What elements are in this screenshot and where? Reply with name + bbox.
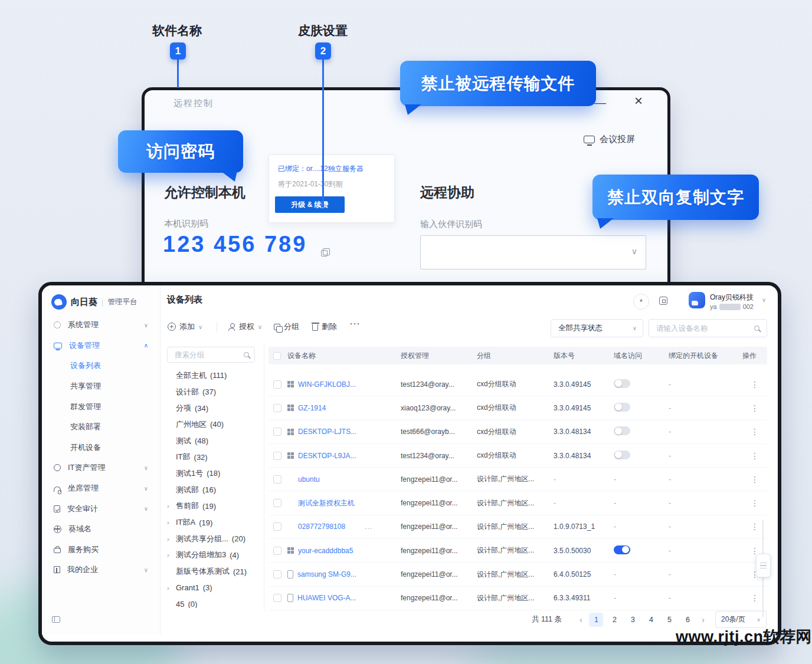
row-checkbox[interactable] — [273, 452, 281, 460]
group-tree-item[interactable]: ›Grant1(3) — [167, 580, 264, 596]
sidebar-collapse-icon[interactable] — [52, 616, 60, 623]
group-tree-item[interactable]: 45(0) — [167, 596, 264, 608]
sidebar-item-install-deploy[interactable]: 安装部署 — [42, 417, 160, 438]
group-search-input[interactable] — [168, 351, 244, 359]
group-tree-item[interactable]: 分项(34) — [167, 400, 264, 416]
group-search-box[interactable] — [167, 347, 255, 363]
delete-button[interactable]: 删除 — [312, 321, 337, 332]
device-name-link[interactable]: DESKTOP-LJTS... — [298, 428, 356, 436]
page-button[interactable]: 6 — [680, 613, 695, 627]
sidebar-item-boot-devices[interactable]: 开机设备 — [42, 438, 160, 458]
close-button[interactable]: × — [634, 93, 643, 109]
group-tree-item[interactable]: ›IT部A(19) — [167, 514, 264, 531]
page-button[interactable]: 1 — [589, 613, 603, 627]
row-checkbox[interactable] — [273, 380, 281, 389]
row-actions-button[interactable]: ⋮ — [742, 403, 767, 413]
group-tree-item[interactable]: 测试(48) — [167, 433, 264, 449]
partner-id-input[interactable]: ∨ — [420, 235, 646, 269]
prev-page-button[interactable]: ‹ — [579, 614, 582, 624]
scrollbar-handle[interactable] — [756, 554, 771, 577]
device-name-link[interactable]: WIN-GFJKLOBJ... — [298, 380, 356, 389]
sidebar-item-device-list[interactable]: 设备列表 — [42, 356, 160, 376]
table-row[interactable]: 测试全新授权主机 fengzepei11@or... 设计部,广州地区... -… — [269, 491, 767, 515]
row-checkbox[interactable] — [273, 428, 281, 436]
select-all-checkbox[interactable] — [273, 352, 281, 360]
row-checkbox[interactable] — [273, 475, 281, 484]
device-search-input[interactable] — [649, 324, 754, 333]
upgrade-renew-button[interactable]: 升级 & 续费 — [275, 196, 345, 213]
row-actions-button[interactable]: ⋮ — [742, 475, 767, 484]
group-tree-item[interactable]: ›测试分组增加3(4) — [167, 547, 264, 564]
table-row[interactable]: DESKTOP-LJTS... test666@orayb... cxd分组联动… — [269, 420, 767, 444]
device-search-box[interactable] — [649, 319, 767, 337]
row-actions-button[interactable]: ⋮ — [742, 380, 767, 389]
sidebar-item-broadcast-management[interactable]: 群发管理 — [42, 396, 160, 417]
sidebar-item-share-management[interactable]: 共享管理 — [42, 376, 160, 397]
share-status-filter[interactable]: 全部共享状态 ∨ — [551, 319, 643, 337]
group-tree-item[interactable]: IT部(32) — [167, 449, 264, 465]
table-row[interactable]: 028772798108... fengzepei11@or... 设计部,广州… — [269, 515, 767, 539]
page-button[interactable]: 2 — [607, 613, 621, 627]
group-tree-item[interactable]: 广州地区(40) — [167, 416, 264, 433]
table-row[interactable]: WIN-GFJKLOBJ... test1234@oray... cxd分组联动… — [269, 373, 767, 396]
domain-access-toggle[interactable] — [614, 451, 630, 459]
authorize-button[interactable]: 授权 ∨ — [228, 321, 262, 332]
page-button[interactable]: 3 — [626, 613, 640, 627]
apps-grid-icon[interactable] — [659, 297, 667, 305]
row-checkbox[interactable] — [273, 522, 281, 531]
group-button[interactable]: 分组 — [274, 321, 299, 332]
next-page-button[interactable]: › — [702, 614, 705, 624]
table-row[interactable]: HUAWEI VOG-A... fengzepei11@or... 设计部,广州… — [269, 587, 767, 610]
row-actions-button[interactable]: ⋮ — [742, 498, 767, 508]
table-row[interactable]: samsung SM-G9... fengzepei11@or... 设计部,广… — [269, 563, 767, 586]
device-name-link[interactable]: ubuntu — [298, 475, 320, 484]
minimize-button[interactable]: — — [594, 96, 606, 110]
help-button[interactable]: * — [633, 294, 649, 310]
sidebar-item-system-management[interactable]: 系统管理 ∨ — [42, 315, 160, 336]
page-button[interactable]: 4 — [644, 613, 658, 627]
device-name-link[interactable]: DESKTOP-L9JA... — [298, 452, 356, 460]
row-checkbox[interactable] — [273, 570, 281, 578]
page-button[interactable]: 5 — [662, 613, 676, 627]
domain-access-toggle[interactable] — [614, 426, 630, 435]
row-actions-button[interactable]: ⋮ — [742, 427, 767, 436]
sidebar-item-device-management[interactable]: 设备管理 ∧ — [42, 336, 160, 356]
group-tree-item[interactable]: 测试部(16) — [167, 482, 264, 498]
sidebar-item-kui-domain[interactable]: 葵域名 — [42, 519, 160, 540]
sidebar-item-service-purchase[interactable]: 服务购买 — [42, 540, 160, 560]
row-checkbox[interactable] — [273, 404, 281, 412]
group-tree-item[interactable]: 全部主机(111) — [167, 367, 264, 384]
chevron-down-icon[interactable]: ∨ — [631, 246, 637, 256]
search-icon[interactable] — [754, 326, 759, 331]
device-name-link[interactable]: GZ-1914 — [298, 404, 326, 412]
page-size-select[interactable]: 20条/页 ∨ — [715, 611, 767, 628]
group-tree-item[interactable]: ›测试共享分组...(20) — [167, 531, 264, 547]
device-name-link[interactable]: your-ecadddbba5 — [298, 547, 353, 555]
meeting-cast-button[interactable]: 会议投屏 — [584, 134, 635, 145]
domain-access-toggle[interactable] — [614, 403, 630, 412]
sidebar-item-security-audit[interactable]: 安全审计 ∨ — [42, 498, 160, 519]
domain-access-toggle[interactable] — [614, 379, 630, 388]
row-checkbox[interactable] — [273, 547, 281, 555]
table-row[interactable]: GZ-1914 xiaoq123@oray... cxd分组联动 3.3.0.4… — [269, 396, 767, 420]
device-name-link[interactable]: 028772798108 — [298, 522, 345, 531]
row-checkbox[interactable] — [273, 499, 281, 507]
avatar[interactable] — [689, 292, 705, 308]
copy-icon[interactable] — [323, 248, 330, 255]
group-tree-item[interactable]: ›售前部(19) — [167, 498, 264, 515]
group-tree-item[interactable]: 设计部(37) — [167, 384, 264, 400]
device-name-link[interactable]: 测试全新授权主机 — [298, 498, 355, 508]
row-checkbox[interactable] — [273, 594, 281, 602]
table-row[interactable]: your-ecadddbba5 fengzepei11@or... 设计部,广州… — [269, 539, 767, 563]
table-row[interactable]: ubuntu fengzepei11@or... 设计部,广州地区... - -… — [269, 468, 767, 491]
sidebar-item-seat-management[interactable]: 坐席管理 ∨ — [42, 478, 160, 499]
add-device-button[interactable]: 添加 ∨ — [168, 321, 202, 332]
chevron-down-icon[interactable]: ∨ — [762, 297, 766, 303]
table-row[interactable]: DESKTOP-L9JA... test1234@oray... cxd分组联动… — [269, 444, 767, 468]
more-actions-button[interactable]: ⋯ — [349, 317, 361, 330]
sidebar-item-my-enterprise[interactable]: 我的企业 ∨ — [42, 560, 160, 580]
group-tree-item[interactable]: 新版号体系测试(21) — [167, 563, 264, 580]
device-name-link[interactable]: samsung SM-G9... — [297, 570, 356, 578]
device-name-link[interactable]: HUAWEI VOG-A... — [297, 594, 356, 602]
group-tree-item[interactable]: 测试1号(18) — [167, 465, 264, 482]
